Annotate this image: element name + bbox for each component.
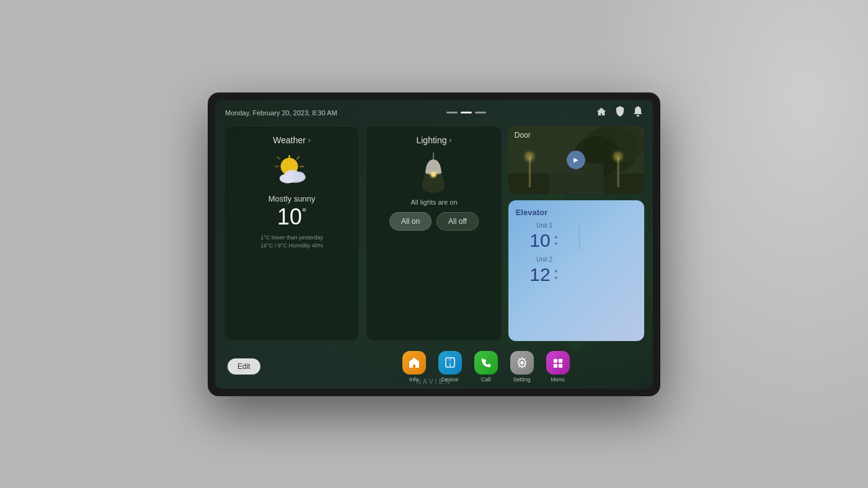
unit-divider (579, 222, 580, 250)
all-off-button[interactable]: All off (436, 212, 479, 231)
unit2-stepper[interactable]: ▲ ▼ (553, 268, 559, 282)
device-frame: Monday, February 20, 2023, 8:30 AM (208, 92, 660, 396)
unit1-stepper[interactable]: ▲ ▼ (553, 234, 559, 247)
elevator-units: Unit 1 10 ▲ ▼ Unit 2 (516, 222, 637, 284)
weather-temperature: 10° (277, 205, 306, 229)
svg-line-12 (297, 156, 299, 159)
datetime-label: Monday, February 20, 2023, 8:30 AM (225, 109, 337, 117)
pagination-dots (446, 112, 486, 113)
home-icon[interactable] (596, 107, 607, 119)
dot-3[interactable] (475, 112, 486, 113)
lights-button-group: All on All off (389, 212, 479, 231)
setting-icon (510, 351, 534, 375)
main-content: Weather › (215, 123, 653, 346)
unit1-label: Unit 1 (516, 222, 574, 229)
elevator-unit-2: Unit 2 12 ▲ ▼ (516, 256, 574, 284)
svg-rect-36 (558, 358, 562, 362)
elevator-title: Elevator (516, 208, 637, 217)
weather-title: Weather (273, 135, 306, 145)
call-icon (474, 351, 498, 375)
weather-card: Weather › (224, 126, 360, 341)
unit2-floor: 12 ▲ ▼ (516, 265, 574, 284)
elevator-card: Elevator Unit 1 10 ▲ ▼ (508, 200, 644, 341)
menu-icon (546, 351, 570, 375)
header-icon-group (596, 106, 643, 120)
svg-point-29 (525, 151, 534, 161)
door-title: Door (515, 131, 531, 140)
unit1-down-button[interactable]: ▼ (553, 241, 559, 247)
right-column: Door ▶ Elevator Unit 1 10 (508, 126, 644, 341)
lights-status: All lights are on (410, 198, 457, 206)
svg-point-17 (292, 171, 305, 181)
svg-point-6 (637, 115, 639, 117)
svg-rect-37 (553, 363, 557, 367)
bell-icon[interactable] (633, 106, 643, 120)
unit2-number: 12 (529, 265, 550, 284)
weather-arrow: › (308, 136, 311, 144)
dot-2[interactable] (461, 112, 472, 113)
door-play-button[interactable]: ▶ (567, 151, 585, 169)
edit-button[interactable]: Edit (228, 358, 260, 375)
lighting-title: Lighting (416, 135, 446, 145)
svg-point-34 (520, 361, 523, 364)
unit2-up-button[interactable]: ▲ (553, 268, 559, 274)
weather-icon-area (270, 154, 314, 190)
menu-label: Menu (551, 376, 565, 383)
header: Monday, February 20, 2023, 8:30 AM (215, 100, 653, 123)
svg-line-13 (277, 156, 280, 159)
brand-label: NAVIEN (416, 378, 452, 385)
unit1-up-button[interactable]: ▲ (553, 234, 559, 240)
svg-point-32 (448, 358, 451, 361)
all-on-button[interactable]: All on (389, 212, 432, 231)
door-card[interactable]: Door ▶ (508, 126, 644, 194)
device-screen: Monday, February 20, 2023, 8:30 AM (215, 100, 653, 389)
setting-label: Setting (513, 376, 531, 383)
unit1-floor: 10 ▲ ▼ (516, 231, 574, 250)
weather-icon (270, 154, 314, 188)
weather-condition: Mostly sunny (268, 194, 316, 203)
weather-sub-info: 1°C lower than yesterday 16°C / 9°C Humi… (260, 234, 323, 249)
weather-card-header[interactable]: Weather › (273, 135, 311, 145)
nav-setting[interactable]: Setting (510, 351, 534, 383)
unit2-down-button[interactable]: ▼ (553, 275, 559, 282)
lighting-arrow: › (450, 136, 452, 144)
unit2-label: Unit 2 (516, 256, 574, 263)
dot-1[interactable] (446, 112, 458, 113)
security-icon[interactable] (616, 106, 624, 120)
lighting-card-header[interactable]: Lighting › (416, 135, 451, 145)
lighting-card: Lighting › All lights are (366, 126, 502, 341)
info-icon (402, 351, 426, 375)
svg-point-31 (613, 151, 622, 161)
call-label: Call (481, 376, 491, 383)
device-icon (438, 351, 462, 375)
unit1-number: 10 (529, 231, 550, 250)
nav-menu[interactable]: Menu (546, 351, 570, 383)
svg-rect-35 (553, 358, 557, 362)
svg-rect-38 (558, 363, 562, 367)
lamp-icon (414, 153, 454, 196)
elevator-unit-1: Unit 1 10 ▲ ▼ (516, 222, 574, 250)
nav-call[interactable]: Call (474, 351, 498, 383)
